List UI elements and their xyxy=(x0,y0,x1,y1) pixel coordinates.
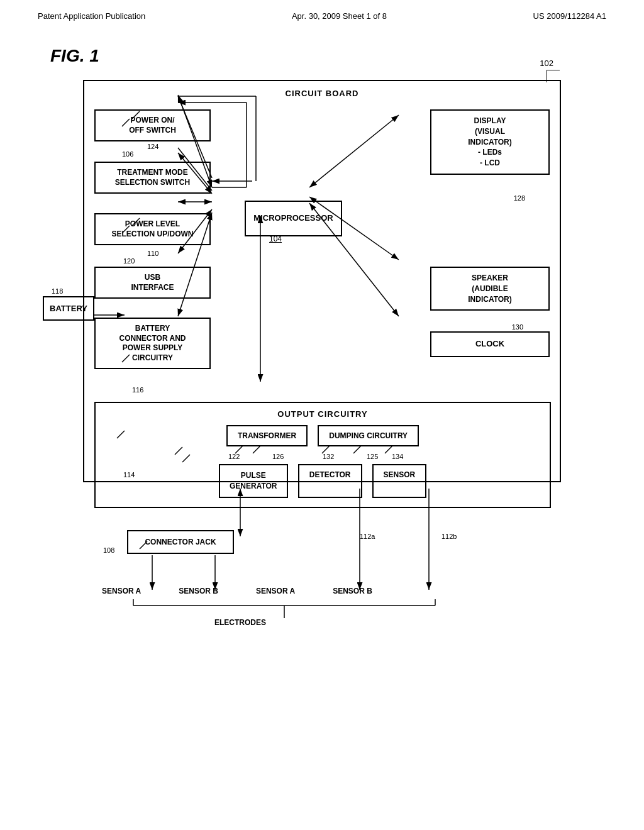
ref-126-label: 126 xyxy=(272,453,310,460)
ref-112b: 112b xyxy=(441,533,457,540)
power-level-block: POWER LEVELSELECTION UP/DOWN xyxy=(94,213,211,245)
ref-134-label: 134 xyxy=(392,453,423,460)
ref-125-label: 125 xyxy=(367,453,392,460)
ref-130: 130 xyxy=(512,323,523,331)
ref-116: 116 xyxy=(132,386,143,394)
sensor-block: SENSOR xyxy=(372,464,427,498)
ref-102: 102 xyxy=(540,58,553,68)
treatment-mode-block: TREATMENT MODESELECTION SWITCH xyxy=(94,162,211,194)
transformer-block: TRANSFORMER xyxy=(226,425,308,446)
sensor-a2-label: SENSOR A xyxy=(256,587,295,595)
electrodes-label: ELECTRODES xyxy=(177,618,303,627)
microprocessor-block: MICROPROCESSOR xyxy=(245,201,342,236)
ref-108: 108 xyxy=(103,546,114,554)
ref-120: 120 xyxy=(123,257,135,265)
ref-118: 118 xyxy=(52,287,63,295)
detector-block: DETECTOR xyxy=(298,464,362,498)
sensor-b1-label: SENSOR B xyxy=(179,587,218,595)
ref-132-label: 132 xyxy=(323,453,367,460)
ref-112a: 112a xyxy=(360,533,375,540)
usb-interface-block: USBINTERFACE xyxy=(94,267,211,299)
clock-block: CLOCK xyxy=(430,331,550,357)
ref-110: 110 xyxy=(147,250,158,257)
ref-104: 104 xyxy=(269,235,282,243)
header-right: US 2009/112284 A1 xyxy=(533,11,606,21)
sensor-a1-label: SENSOR A xyxy=(102,587,141,595)
battery-connector-block: BATTERYCONNECTOR ANDPOWER SUPPLYCIRCUITR… xyxy=(94,318,211,369)
page-header: Patent Application Publication Apr. 30, … xyxy=(0,0,644,27)
ref-124: 124 xyxy=(147,143,158,150)
power-on-off-block: POWER ON/OFF SWITCH xyxy=(94,109,211,141)
ref-128: 128 xyxy=(514,194,525,202)
speaker-block: SPEAKER(AUDIBLEINDICATOR) xyxy=(430,267,550,311)
battery-block: BATTERY xyxy=(43,296,94,321)
diagram-area: FIG. 1 102 CIRCUIT BOARD POWER ON/OFF SW… xyxy=(0,27,644,769)
ref-114: 114 xyxy=(123,471,135,479)
header-left: Patent Application Publication xyxy=(38,11,145,21)
display-block: DISPLAY(VISUALINDICATOR)- LEDs- LCD xyxy=(430,109,550,175)
ref-106: 106 xyxy=(122,150,133,158)
connector-jack-block: CONNECTOR JACK xyxy=(127,530,234,554)
pulse-generator-block: PULSEGENERATOR xyxy=(219,464,288,498)
dumping-circuitry-block: DUMPING CIRCUITRY xyxy=(318,425,419,446)
circuit-board-label: CIRCUIT BOARD xyxy=(92,89,552,98)
output-circuitry-label: OUTPUT CIRCUITRY xyxy=(104,409,541,419)
sensor-b2-label: SENSOR B xyxy=(333,587,372,595)
header-center: Apr. 30, 2009 Sheet 1 of 8 xyxy=(292,11,387,21)
ref-122-label: 122 xyxy=(228,453,272,460)
